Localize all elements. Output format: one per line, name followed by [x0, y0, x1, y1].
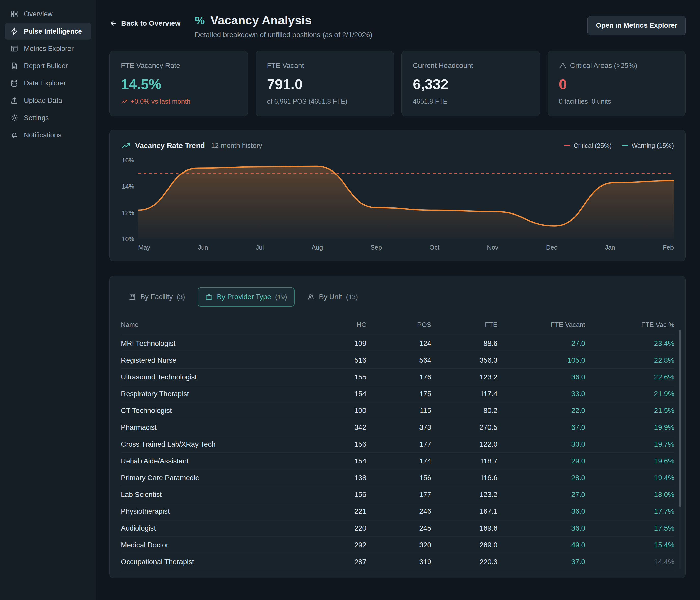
cell-fte-vacant: 36.0 [497, 369, 585, 386]
kpi-sub: of 6,961 POS (4651.8 FTE) [267, 98, 382, 105]
cell-hc: 100 [298, 402, 366, 419]
table-row[interactable]: Primary Care Paramedic 138 156 116.6 28.… [121, 469, 674, 486]
sidebar-item-pulse-intelligence[interactable]: Pulse Intelligence [5, 23, 91, 40]
sidebar-item-data-explorer[interactable]: Data Explorer [5, 75, 91, 92]
tab-by-unit[interactable]: By Unit (13) [300, 287, 366, 307]
table-icon [10, 45, 18, 53]
y-axis-label: 10% [122, 236, 134, 243]
cell-pos: 246 [366, 503, 431, 520]
title-block: % Vacancy Analysis Detailed breakdown of… [195, 13, 372, 39]
table-row[interactable]: Physiotherapist 221 246 167.1 36.0 17.7% [121, 503, 674, 520]
back-to-overview-link[interactable]: Back to Overview [109, 19, 180, 27]
cell-hc: 154 [298, 386, 366, 402]
table-row[interactable]: Cross Trained Lab/XRay Tech 156 177 122.… [121, 436, 674, 453]
cell-pos: 373 [366, 419, 431, 436]
sidebar-item-metrics-explorer[interactable]: Metrics Explorer [5, 40, 91, 57]
sidebar-item-overview[interactable]: Overview [5, 6, 91, 22]
x-axis-label: Jun [198, 244, 208, 251]
vacancy-trend-chart [138, 160, 674, 239]
cell-hc: 220 [298, 520, 366, 537]
column-header-pos[interactable]: POS [366, 316, 431, 335]
trend-up-icon [121, 98, 127, 105]
x-axis-label: Jan [605, 244, 615, 251]
sidebar-item-notifications[interactable]: Notifications [5, 127, 91, 144]
cell-fte-vac-pct: 19.7% [585, 436, 674, 453]
table-row[interactable]: Ultrasound Technologist 155 176 123.2 36… [121, 369, 674, 386]
cell-fte: 167.1 [431, 503, 497, 520]
kpi-value: 14.5% [121, 76, 236, 93]
building-icon [128, 293, 136, 301]
kpi-label: FTE Vacancy Rate [121, 61, 236, 70]
table-row[interactable]: CT Technologist 100 115 80.2 22.0 21.5% [121, 402, 674, 419]
cell-fte-vacant: 29.0 [497, 453, 585, 469]
cell-fte-vacant: 30.0 [497, 436, 585, 453]
column-header-name[interactable]: Name [121, 316, 298, 335]
x-axis-label: Oct [429, 244, 439, 251]
kpi-value: 791.0 [267, 76, 382, 93]
gear-icon [10, 114, 18, 122]
cell-name: Lab Scientist [121, 486, 298, 503]
cell-fte-vacant: 22.0 [497, 402, 585, 419]
column-header-fte[interactable]: FTE [431, 316, 497, 335]
column-header-fte-vac-pct[interactable]: FTE Vac % [585, 316, 674, 335]
cell-fte: 169.6 [431, 520, 497, 537]
cell-fte: 270.5 [431, 419, 497, 436]
cell-name: Rehab Aide/Assistant [121, 453, 298, 469]
sidebar-item-label: Notifications [24, 131, 61, 139]
cell-fte: 356.3 [431, 352, 497, 369]
cell-fte-vac-pct: 21.9% [585, 386, 674, 402]
cell-fte-vacant: 36.0 [497, 503, 585, 520]
cell-fte: 123.2 [431, 486, 497, 503]
database-icon [10, 79, 18, 87]
y-axis-label: 12% [122, 209, 134, 216]
table-row[interactable]: Lab Scientist 156 177 123.2 27.0 18.0% [121, 486, 674, 503]
cell-fte: 118.7 [431, 453, 497, 469]
cell-hc: 221 [298, 503, 366, 520]
cell-name: MRI Technologist [121, 335, 298, 352]
sidebar-item-upload-data[interactable]: Upload Data [5, 92, 91, 109]
sidebar-item-label: Metrics Explorer [24, 45, 74, 53]
kpi-sub: 4651.8 FTE [413, 98, 528, 105]
column-header-fte-vacant[interactable]: FTE Vacant [497, 316, 585, 335]
column-header-hc[interactable]: HC [298, 316, 366, 335]
sidebar-item-report-builder[interactable]: Report Builder [5, 57, 91, 74]
table-row[interactable]: Audiologist 220 245 169.6 36.0 17.5% [121, 520, 674, 537]
y-axis: 16% 14% 12% 10% [121, 160, 138, 239]
table-row[interactable]: Rehab Aide/Assistant 154 174 118.7 29.0 … [121, 453, 674, 469]
cell-name: Physiotherapist [121, 503, 298, 520]
table-row[interactable]: Medical Doctor 292 320 269.0 49.0 15.4% [121, 537, 674, 553]
sidebar-item-label: Overview [24, 10, 53, 18]
cell-fte-vac-pct: 22.6% [585, 369, 674, 386]
sidebar-item-settings[interactable]: Settings [5, 109, 91, 126]
cell-pos: 245 [366, 520, 431, 537]
cell-name: CT Technologist [121, 402, 298, 419]
cell-fte-vacant: 28.0 [497, 469, 585, 486]
tab-by-provider-type[interactable]: By Provider Type (19) [198, 287, 295, 307]
cell-fte: 123.2 [431, 369, 497, 386]
cell-name: Ultrasound Technologist [121, 369, 298, 386]
table-row[interactable]: MRI Technologist 109 124 88.6 27.0 23.4% [121, 335, 674, 352]
cell-name: Medical Doctor [121, 537, 298, 553]
kpi-value: 6,332 [413, 76, 528, 93]
sidebar-item-label: Upload Data [24, 97, 62, 105]
trend-up-icon [121, 141, 131, 150]
sidebar-item-label: Settings [24, 114, 49, 122]
cell-fte-vacant: 33.0 [497, 386, 585, 402]
y-axis-label: 16% [122, 157, 134, 164]
cell-name: Cross Trained Lab/XRay Tech [121, 436, 298, 453]
upload-icon [10, 97, 18, 105]
cell-pos: 319 [366, 553, 431, 570]
vacancy-table: Name HC POS FTE FTE Vacant FTE Vac % MRI… [121, 316, 674, 570]
scrollbar-thumb[interactable] [679, 330, 681, 507]
page-header: Back to Overview % Vacancy Analysis Deta… [109, 13, 686, 39]
table-row[interactable]: Respiratory Therapist 154 175 117.4 33.0… [121, 386, 674, 402]
cell-pos: 124 [366, 335, 431, 352]
x-axis-label: Nov [487, 244, 498, 251]
open-in-metrics-explorer-button[interactable]: Open in Metrics Explorer [588, 16, 686, 35]
table-row[interactable]: Pharmacist 342 373 270.5 67.0 19.9% [121, 419, 674, 436]
warning-dash-icon [622, 145, 628, 146]
table-row[interactable]: Registered Nurse 516 564 356.3 105.0 22.… [121, 352, 674, 369]
tab-by-facility[interactable]: By Facility (3) [121, 287, 193, 307]
table-row[interactable]: Occupational Therapist 287 319 220.3 37.… [121, 553, 674, 570]
table-scrollbar[interactable] [679, 330, 681, 569]
